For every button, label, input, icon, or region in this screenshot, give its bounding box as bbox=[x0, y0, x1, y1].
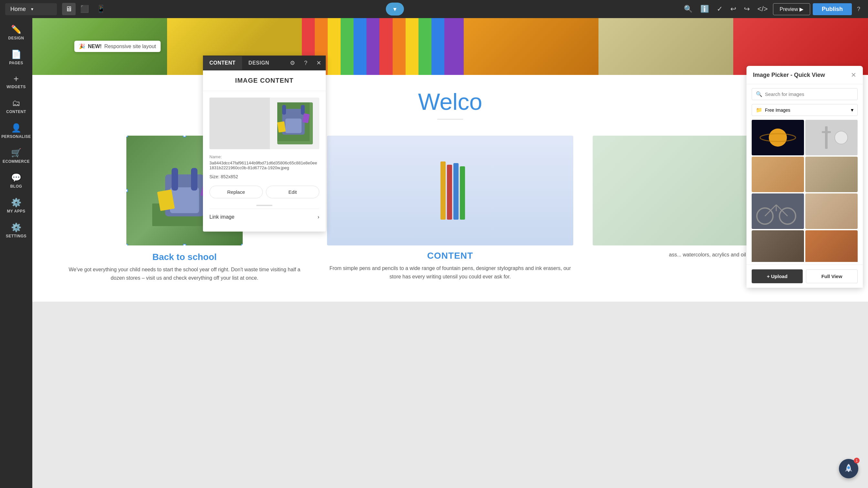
img-size: Size: 852x852 bbox=[209, 174, 319, 179]
picker-img-item[interactable] bbox=[805, 120, 858, 155]
panel-tab-actions: ⚙ ? ✕ bbox=[285, 56, 326, 70]
panel-settings-button[interactable]: ⚙ bbox=[285, 56, 300, 70]
col-pens: CONTENT From simple pens and pencils to … bbox=[317, 129, 583, 288]
image-action-buttons: Replace Edit bbox=[209, 186, 319, 198]
picker-close-button[interactable]: ✕ bbox=[851, 71, 856, 79]
device-switcher: 🖥 ⬛ 📱 bbox=[62, 3, 108, 15]
search-button[interactable]: 🔍 bbox=[681, 3, 695, 15]
launch-fab[interactable]: 1 bbox=[839, 459, 858, 478]
planet-image-svg bbox=[752, 120, 804, 155]
sidebar-item-personalise[interactable]: 👤 PERSONALISE bbox=[0, 119, 32, 143]
sidebar-item-content-label: CONTENT bbox=[6, 109, 26, 114]
picker-img-item[interactable] bbox=[805, 230, 858, 262]
sidebar-item-myapps[interactable]: ⚙️ MY APPS bbox=[0, 194, 32, 217]
sidebar-item-pages-label: PAGES bbox=[9, 61, 23, 65]
collapse-button[interactable]: ▾ bbox=[386, 3, 404, 15]
col-title-1: Back to school bbox=[61, 252, 308, 262]
folder-icon: 📁 bbox=[756, 107, 762, 113]
panel-drag-handle bbox=[256, 205, 272, 206]
pens-svg bbox=[421, 158, 479, 223]
sidebar-item-blog-label: BLOG bbox=[10, 184, 22, 189]
sidebar-item-blog[interactable]: 💬 BLOG bbox=[0, 169, 32, 193]
mobile-view-button[interactable]: 📱 bbox=[93, 3, 108, 15]
picker-img-item[interactable] bbox=[752, 157, 804, 192]
panel-close-button[interactable]: ✕ bbox=[312, 56, 326, 70]
welcome-divider bbox=[437, 119, 463, 120]
full-view-button[interactable]: Full View bbox=[806, 269, 858, 283]
edit-button[interactable]: Edit bbox=[266, 186, 319, 198]
svg-point-19 bbox=[769, 129, 787, 147]
home-page-button[interactable]: Home ▾ bbox=[5, 3, 57, 15]
redo-button[interactable]: ↪ bbox=[741, 3, 752, 15]
widgets-icon: + bbox=[13, 74, 19, 83]
tablet-view-button[interactable]: ⬛ bbox=[77, 3, 92, 15]
link-image-chevron: › bbox=[318, 214, 319, 220]
check-button[interactable]: ✓ bbox=[714, 3, 725, 15]
col2-image bbox=[327, 136, 573, 246]
sidebar-item-content[interactable]: 🗂 CONTENT bbox=[0, 94, 32, 118]
nav-right-actions: 🔍 ℹ️ ✓ ↩ ↪ </> Preview ▶ Publish ? bbox=[681, 3, 863, 15]
undo-button[interactable]: ↩ bbox=[728, 3, 739, 15]
svg-rect-4 bbox=[191, 168, 197, 191]
images-grid bbox=[746, 120, 863, 262]
panel-help-button[interactable]: ? bbox=[300, 56, 312, 70]
handle-bl[interactable] bbox=[126, 244, 128, 246]
picker-header: Image Picker - Quick View ✕ bbox=[746, 66, 863, 84]
picker-img-item[interactable] bbox=[752, 193, 804, 229]
preview-backpack-svg bbox=[277, 102, 310, 141]
banner-img-5 bbox=[598, 18, 733, 75]
search-input[interactable] bbox=[765, 91, 854, 97]
sidebar-item-personalise-label: PERSONALISE bbox=[1, 134, 31, 139]
help-button[interactable]: ? bbox=[855, 4, 863, 14]
picker-img-item[interactable] bbox=[752, 120, 804, 155]
search-bar[interactable]: 🔍 bbox=[752, 88, 858, 100]
svg-rect-23 bbox=[822, 131, 831, 133]
preview-backpack bbox=[277, 102, 313, 144]
preview-button[interactable]: Preview ▶ bbox=[773, 3, 810, 15]
image-content-panel: CONTENT DESIGN ⚙ ? ✕ IMAGE CONTENT bbox=[203, 56, 326, 232]
fab-badge: 1 bbox=[854, 458, 860, 463]
home-label: Home bbox=[10, 6, 26, 12]
desktop-view-button[interactable]: 🖥 bbox=[62, 3, 75, 15]
sidebar-item-widgets[interactable]: + WIDGETS bbox=[0, 70, 32, 93]
svg-rect-22 bbox=[825, 126, 828, 149]
design-tab[interactable]: DESIGN bbox=[242, 56, 276, 70]
upload-button[interactable]: + Upload bbox=[752, 269, 803, 283]
sidebar-item-design[interactable]: ✏️ DESIGN bbox=[0, 21, 32, 44]
design-icon: ✏️ bbox=[11, 25, 21, 35]
left-sidebar: ✏️ DESIGN 📄 PAGES + WIDGETS 🗂 CONTENT 👤 … bbox=[0, 18, 32, 488]
info-button[interactable]: ℹ️ bbox=[698, 3, 712, 15]
picker-img-item[interactable] bbox=[805, 193, 858, 229]
handle-tm[interactable] bbox=[183, 136, 186, 137]
bikes-image-svg bbox=[752, 193, 804, 229]
sidebar-item-settings[interactable]: ⚙️ SETTINGS bbox=[0, 219, 32, 242]
tooltip-emoji: 🎉 bbox=[79, 43, 85, 50]
panel-body: Name: 3a8443dcc47faf961144b9fbd71d6d3580… bbox=[203, 91, 326, 232]
replace-button[interactable]: Replace bbox=[209, 186, 263, 198]
top-nav-bar: Home ▾ 🖥 ⬛ 📱 ▾ 🔍 ℹ️ ✓ ↩ ↪ </> Preview ▶ … bbox=[0, 0, 868, 18]
myapps-icon: ⚙️ bbox=[11, 198, 21, 208]
category-left: 📁 Free Images bbox=[756, 107, 790, 113]
publish-button[interactable]: Publish bbox=[813, 3, 852, 15]
banner-img-4 bbox=[464, 18, 598, 75]
sidebar-item-ecommerce[interactable]: 🛒 ECOMMERCE bbox=[0, 144, 32, 168]
handle-ml[interactable] bbox=[126, 189, 128, 192]
code-button[interactable]: </> bbox=[755, 3, 770, 15]
sidebar-item-pages[interactable]: 📄 PAGES bbox=[0, 45, 32, 69]
picker-img-item[interactable] bbox=[752, 230, 804, 262]
picker-title: Image Picker - Quick View bbox=[753, 72, 825, 78]
preview-left-empty bbox=[209, 98, 270, 149]
handle-bm[interactable] bbox=[183, 244, 186, 246]
handle-br[interactable] bbox=[241, 244, 243, 246]
picker-img-item[interactable] bbox=[805, 157, 858, 192]
category-selector[interactable]: 📁 Free Images ▾ bbox=[752, 104, 858, 116]
blog-icon: 💬 bbox=[11, 173, 21, 183]
img-name-label: Name: bbox=[209, 154, 319, 159]
content-tab[interactable]: CONTENT bbox=[203, 56, 242, 70]
content-icon: 🗂 bbox=[12, 98, 20, 108]
link-image-label: Link image bbox=[209, 214, 234, 220]
picker-footer: + Upload Full View bbox=[746, 264, 863, 288]
banner-img-3 bbox=[302, 18, 464, 75]
new-badge: NEW! bbox=[88, 43, 102, 50]
link-image-row[interactable]: Link image › bbox=[209, 208, 319, 225]
